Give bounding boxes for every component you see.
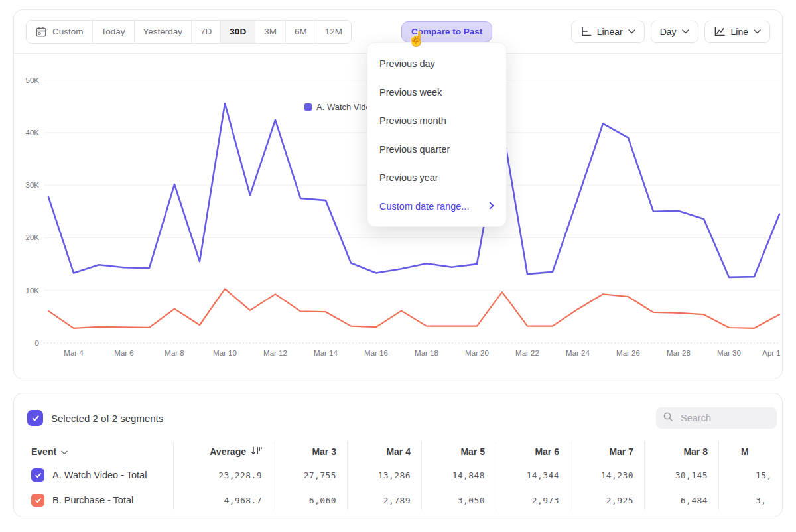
column-divider bbox=[644, 442, 645, 510]
range-button-yesterday[interactable]: Yesterday bbox=[135, 21, 192, 43]
menu-item-label: Previous quarter bbox=[379, 144, 450, 155]
range-label: Yesterday bbox=[143, 27, 183, 36]
series-row-label: A. Watch Video - Total bbox=[52, 470, 147, 480]
column-header-mar-6[interactable]: Mar 6 bbox=[496, 440, 570, 462]
range-button-7d[interactable]: 7D bbox=[192, 21, 221, 43]
scale-select-button[interactable]: Linear bbox=[571, 21, 645, 43]
column-header-clipped[interactable]: M bbox=[718, 440, 782, 462]
selected-segments-label: Selected 2 of 2 segments bbox=[51, 413, 163, 424]
y-tick-label: 50K bbox=[17, 76, 39, 84]
range-label: 6M bbox=[295, 27, 307, 36]
menu-item-previous-year[interactable]: Previous year bbox=[367, 163, 506, 192]
column-header-mar-3[interactable]: Mar 3 bbox=[273, 440, 347, 462]
table-row: B. Purchase - Total4,968.76,0602,7893,05… bbox=[14, 488, 782, 513]
x-tick-label: Mar 4 bbox=[55, 349, 92, 357]
column-header-event[interactable]: Event bbox=[14, 440, 173, 462]
series-line-b[interactable] bbox=[48, 289, 779, 328]
x-tick-label: Mar 22 bbox=[509, 349, 546, 357]
calendar-icon bbox=[35, 26, 47, 38]
column-header-mar-8[interactable]: Mar 8 bbox=[644, 440, 718, 462]
cell-value: 13,286 bbox=[347, 462, 421, 488]
search-icon bbox=[663, 411, 674, 425]
column-divider bbox=[421, 442, 422, 510]
column-header-mar-5[interactable]: Mar 5 bbox=[421, 440, 496, 462]
chart-type-select-button[interactable]: Line bbox=[704, 21, 770, 43]
search-input[interactable] bbox=[679, 412, 770, 424]
x-tick-label: Mar 10 bbox=[206, 349, 243, 357]
x-tick-label: Mar 18 bbox=[408, 349, 445, 357]
range-button-3m[interactable]: 3M bbox=[255, 21, 286, 43]
interval-select-button[interactable]: Day bbox=[651, 21, 698, 43]
interval-label: Day bbox=[660, 27, 677, 37]
cell-value: 2,973 bbox=[496, 488, 570, 513]
x-tick-label: Mar 20 bbox=[458, 349, 496, 357]
menu-item-previous-day[interactable]: Previous day bbox=[367, 49, 506, 78]
chevron-down-icon bbox=[754, 29, 761, 34]
table-header-row: EventAverageMar 3Mar 4Mar 5Mar 6Mar 7Mar… bbox=[14, 440, 782, 462]
chart-display-controls: Linear Day bbox=[571, 21, 770, 43]
y-tick-label: 30K bbox=[17, 181, 39, 189]
range-label: Today bbox=[101, 27, 125, 36]
range-button-30d[interactable]: 30D bbox=[221, 21, 255, 43]
segments-card: Selected 2 of 2 segments EventAverageMar… bbox=[13, 393, 783, 517]
x-tick-label: Mar 16 bbox=[358, 349, 395, 357]
cell-value: 14,848 bbox=[421, 462, 496, 488]
range-label: 12M bbox=[325, 27, 342, 36]
x-tick-label: Mar 6 bbox=[105, 349, 143, 357]
mouse-cursor-pointer: ☝ bbox=[407, 31, 425, 48]
column-header-mar-7[interactable]: Mar 7 bbox=[570, 440, 644, 462]
cell-value: 14,344 bbox=[496, 462, 570, 488]
menu-item-label: Previous week bbox=[379, 87, 442, 98]
range-button-12m[interactable]: 12M bbox=[316, 21, 351, 43]
x-tick-label: Mar 14 bbox=[307, 349, 344, 357]
menu-item-label: Custom date range... bbox=[379, 201, 469, 212]
range-button-6m[interactable]: 6M bbox=[286, 21, 316, 43]
column-header-mar-4[interactable]: Mar 4 bbox=[347, 440, 421, 462]
range-label: Custom bbox=[52, 27, 84, 36]
legend-item[interactable]: A. Watch Video bbox=[304, 102, 375, 112]
menu-item-previous-week[interactable]: Previous week bbox=[367, 78, 506, 106]
column-divider bbox=[273, 442, 273, 510]
x-tick-label: Mar 30 bbox=[710, 349, 748, 357]
range-label: 7D bbox=[200, 27, 212, 36]
x-tick-label: Apr 1 bbox=[753, 349, 783, 357]
menu-item-previous-month[interactable]: Previous month bbox=[367, 106, 506, 135]
cell-value: 6,484 bbox=[644, 488, 718, 513]
column-header-average[interactable]: Average bbox=[173, 440, 273, 462]
axis-scale-icon bbox=[580, 26, 592, 37]
cell-value-clipped: 15, bbox=[718, 462, 782, 488]
segments-table: EventAverageMar 3Mar 4Mar 5Mar 6Mar 7Mar… bbox=[14, 440, 782, 513]
row-checkbox[interactable] bbox=[31, 468, 44, 482]
x-tick-label: Mar 12 bbox=[257, 349, 294, 357]
x-tick-label: Mar 24 bbox=[559, 349, 596, 357]
x-tick-label: Mar 28 bbox=[660, 349, 697, 357]
cell-value: 30,145 bbox=[644, 462, 718, 488]
analytics-page: CustomTodayYesterday7D30D3M6M12M Compare… bbox=[0, 0, 796, 532]
sort-descending-icon bbox=[251, 446, 262, 457]
segment-search bbox=[656, 407, 777, 429]
chevron-right-icon bbox=[489, 201, 494, 212]
menu-item-previous-quarter[interactable]: Previous quarter bbox=[367, 135, 506, 163]
range-label: 30D bbox=[230, 27, 246, 36]
select-all-checkbox[interactable] bbox=[27, 410, 43, 426]
table-row: A. Watch Video - Total23,228.927,75513,2… bbox=[14, 462, 782, 488]
chevron-down-icon bbox=[61, 446, 68, 457]
range-button-custom[interactable]: Custom bbox=[27, 21, 93, 43]
cell-value: 2,925 bbox=[570, 488, 644, 513]
row-checkbox[interactable] bbox=[31, 494, 44, 507]
column-divider bbox=[570, 442, 570, 510]
range-button-today[interactable]: Today bbox=[93, 21, 135, 43]
y-tick-label: 0 bbox=[17, 339, 39, 347]
compare-to-past-menu: Previous dayPrevious weekPrevious monthP… bbox=[367, 42, 507, 227]
x-tick-label: Mar 8 bbox=[156, 349, 193, 357]
menu-item-custom-date-range[interactable]: Custom date range... bbox=[367, 192, 506, 220]
menu-item-label: Previous year bbox=[379, 172, 438, 183]
chevron-down-icon bbox=[682, 29, 689, 34]
column-divider bbox=[718, 442, 719, 510]
date-range-control: CustomTodayYesterday7D30D3M6M12M bbox=[26, 20, 352, 44]
cell-average: 4,968.7 bbox=[173, 488, 273, 513]
y-tick-label: 40K bbox=[17, 129, 39, 137]
column-divider bbox=[173, 442, 174, 510]
y-tick-label: 10K bbox=[17, 287, 39, 295]
y-tick-label: 20K bbox=[17, 233, 39, 241]
